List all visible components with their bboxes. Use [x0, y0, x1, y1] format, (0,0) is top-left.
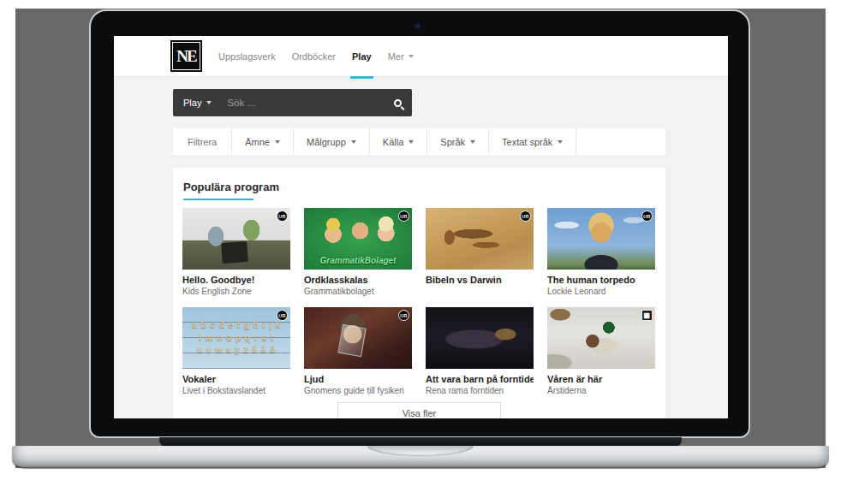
program-subtitle: Årstiderna — [547, 386, 655, 395]
ur-badge: UR — [277, 210, 288, 222]
filter-dropdown-malgrupp[interactable]: Målgrupp — [293, 128, 369, 155]
search-scope-label: Play — [183, 98, 201, 108]
program-thumbnail[interactable]: ▦ — [547, 307, 655, 369]
filter-dropdown-label: Målgrupp — [307, 137, 346, 147]
section-underline — [183, 199, 253, 200]
filter-dropdown-label: Språk — [440, 137, 465, 147]
chevron-down-icon — [206, 101, 212, 104]
program-title: Hello. Goodbye! — [182, 275, 290, 285]
chevron-down-icon — [409, 55, 414, 58]
filter-dropdown-textat-sprak[interactable]: Textat språk — [488, 128, 576, 155]
program-card-ordklasskalas[interactable]: GrammatikBolaget UR Ordklasskalas Gramma… — [304, 208, 412, 296]
program-subtitle: Kids English Zone — [182, 287, 290, 296]
letter-row: u v w x y z å ä ö — [182, 345, 290, 356]
ne-logo[interactable]: NE — [170, 40, 202, 72]
search-scope-dropdown[interactable]: Play — [183, 98, 212, 108]
site-header: NE Uppslagsverk Ordböcker Play Mer — [114, 36, 728, 77]
program-card-varen-ar-har[interactable]: ▦ Våren är här Årstiderna — [547, 307, 655, 395]
nav-item-ordbocker[interactable]: Ordböcker — [292, 36, 336, 77]
nav-item-mer[interactable]: Mer — [388, 36, 414, 77]
ur-badge: UR — [641, 210, 653, 222]
nav-label: Mer — [388, 51, 404, 62]
program-card-ljud[interactable]: UR Ljud Gnomens guide till fysiken — [304, 307, 412, 395]
main-nav: Uppslagsverk Ordböcker Play Mer — [218, 36, 414, 77]
laptop-screen: NE Uppslagsverk Ordböcker Play Mer Play … — [114, 36, 728, 418]
ur-badge: UR — [277, 310, 288, 321]
program-thumbnail[interactable]: GrammatikBolaget UR — [304, 208, 412, 270]
filter-bar: Filtrera Ämne Målgrupp Källa Språk Texta… — [173, 128, 665, 155]
ne-logo-text: NE — [176, 47, 195, 66]
program-subtitle: Gnomens guide till fysiken — [304, 386, 412, 395]
program-subtitle: Grammatikbolaget — [304, 287, 412, 296]
filter-dropdown-label: Textat språk — [502, 137, 552, 147]
filter-label: Filtrera — [173, 128, 231, 155]
laptop-camera — [415, 23, 420, 29]
program-subtitle: Lockie Leonard — [547, 287, 655, 296]
media-badge: ▦ — [641, 310, 653, 321]
program-grid: UR Hello. Goodbye! Kids English Zone Gra… — [182, 208, 656, 395]
search-input[interactable] — [227, 98, 394, 108]
nav-item-uppslagsverk[interactable]: Uppslagsverk — [218, 36, 276, 77]
chevron-down-icon — [351, 140, 356, 144]
chevron-down-icon — [558, 140, 563, 144]
filter-dropdown-kalla[interactable]: Källa — [369, 128, 426, 155]
program-thumbnail[interactable]: UR — [547, 208, 655, 270]
thumbnail-letter-rows: a b c d e f g h i j k l m n o p q r s t … — [182, 307, 290, 369]
program-subtitle: Livet i Bokstavslandet — [182, 386, 290, 395]
chevron-down-icon — [470, 140, 475, 144]
program-card-bibeln-vs-darwin[interactable]: UR Bibeln vs Darwin — [426, 208, 534, 296]
thumbnail-overlay-text: GrammatikBolaget — [304, 256, 412, 265]
ur-badge: UR — [520, 210, 531, 222]
program-title: Ljud — [304, 374, 412, 384]
chevron-down-icon — [409, 140, 414, 144]
program-title: The human torpedo — [547, 275, 655, 285]
letter-row: a b c d e f g h i j k — [182, 320, 290, 331]
filter-dropdown-sprak[interactable]: Språk — [426, 128, 488, 155]
search-icon[interactable] — [394, 99, 402, 107]
nav-label: Uppslagsverk — [218, 51, 276, 62]
program-card-forntiden[interactable]: Att vara barn på forntiden Rena rama for… — [426, 307, 534, 395]
filter-label-text: Filtrera — [188, 137, 217, 147]
filter-dropdown-label: Ämne — [245, 137, 270, 147]
chevron-down-icon — [275, 140, 280, 144]
nav-label: Play — [352, 51, 372, 62]
nav-item-play[interactable]: Play — [352, 36, 372, 77]
load-more-button[interactable]: Visa fler — [337, 402, 501, 418]
program-card-vokaler[interactable]: a b c d e f g h i j k l m n o p q r s t … — [182, 307, 290, 395]
letter-row: l m n o p q r s t — [182, 333, 290, 344]
program-subtitle: Rena rama forntiden — [426, 386, 534, 395]
program-thumbnail[interactable]: a b c d e f g h i j k l m n o p q r s t … — [182, 307, 290, 369]
program-thumbnail[interactable] — [426, 307, 534, 369]
program-title: Att vara barn på forntiden — [426, 374, 534, 384]
program-thumbnail[interactable]: UR — [426, 208, 534, 270]
program-card-human-torpedo[interactable]: UR The human torpedo Lockie Leonard — [547, 208, 655, 296]
program-title: Vokaler — [182, 374, 290, 384]
section-title: Populära program — [183, 181, 279, 193]
ur-badge: UR — [398, 210, 409, 222]
program-title: Ordklasskalas — [304, 275, 412, 285]
program-title: Våren är här — [547, 374, 655, 384]
filter-dropdown-amne[interactable]: Ämne — [231, 128, 293, 155]
program-card-hello-goodbye[interactable]: UR Hello. Goodbye! Kids English Zone — [182, 208, 290, 296]
program-thumbnail[interactable]: UR — [304, 307, 412, 369]
program-title: Bibeln vs Darwin — [426, 275, 534, 285]
filter-dropdown-label: Källa — [383, 137, 403, 147]
program-thumbnail[interactable]: UR — [182, 208, 290, 270]
nav-label: Ordböcker — [292, 51, 336, 62]
ur-badge: UR — [398, 310, 409, 321]
search-bar: Play — [173, 89, 412, 116]
popular-programs-section: Populära program UR Hello. Goodbye! Kids… — [173, 168, 665, 418]
